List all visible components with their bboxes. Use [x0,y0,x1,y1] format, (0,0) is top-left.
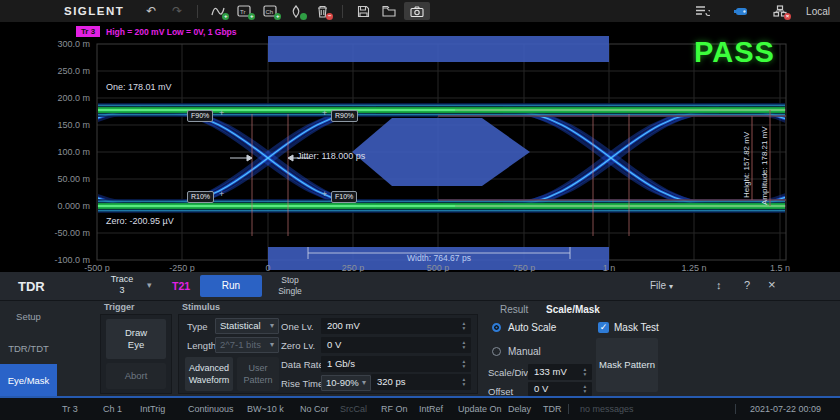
abort-button[interactable]: Abort [106,363,166,389]
status-channel: Ch 1 [103,398,122,420]
panel-header: TDR Trace 3 ▾ T21 Run Stop Single File ▾… [0,272,840,301]
one-level-field-label: One Lv. [281,321,314,332]
delete-icon[interactable]: − [311,2,333,20]
zero-level-label: Zero: -200.95 µV [106,216,174,226]
tab-eye-mask[interactable]: Eye/Mask [0,364,57,396]
mask-test-result: PASS [694,36,775,69]
data-rate-field[interactable]: 1 Gb/s ▴▾ [321,356,471,372]
add-waveform-icon[interactable]: + [207,2,229,20]
auto-scale-radio[interactable] [492,323,501,332]
app-mode-label: TDR [18,279,45,294]
cross-marker: + [219,109,224,118]
file-menu[interactable]: File ▾ [650,280,673,291]
spinner-control[interactable]: ▴▾ [460,338,468,352]
chevron-down-icon: ▾ [270,319,274,333]
y-tick: 50.00 m [46,174,90,184]
chevron-down-icon: ▾ [362,376,366,390]
status-correction: No Cor [300,398,329,420]
help-icon[interactable]: ? [744,279,750,291]
tab-result[interactable]: Result [500,304,528,315]
offset-field[interactable]: 0 V ▴▾ [528,382,592,396]
status-trace: Tr 3 [62,398,78,420]
brand-logo: SIGLENT [64,5,124,17]
r10-marker: R10% [187,191,214,203]
rise-time-field[interactable]: 320 ps ▴▾ [371,374,471,390]
rise-time-label: Rise Time [281,378,323,389]
svg-text:Tr: Tr [240,9,245,15]
height-label: Height: 157.82 mV [742,132,751,198]
r90-marker: R90% [331,110,358,122]
stop-single-button[interactable]: Stop Single [266,275,314,297]
length-label: Length [187,340,216,351]
zero-level-field[interactable]: 0 V ▴▾ [321,337,471,353]
screenshot-icon[interactable] [404,2,430,20]
one-level-label: One: 178.01 mV [106,82,172,92]
undo-icon[interactable]: ↶ [140,2,162,20]
toolbar-right: × Local [689,2,830,20]
status-ref: IntRef [419,398,443,420]
y-tick: 150.0 m [46,120,90,130]
tab-setup[interactable]: Setup [0,300,57,332]
cross-marker: + [322,190,327,199]
save-icon[interactable] [352,2,374,20]
network-icon[interactable]: × [769,2,791,20]
y-tick: 200.0 m [46,93,90,103]
chevron-down-icon: ▾ [270,338,274,352]
amplitude-label: Amplitude: 178.21 mV [760,126,769,205]
add-channel-icon[interactable]: Ch + [259,2,281,20]
manual-radio[interactable] [492,347,501,356]
rise-time-mode-dropdown[interactable]: 10-90% ▾ [321,375,371,391]
left-tab-bar: Setup TDR/TDT Eye/Mask [0,300,57,396]
oscilloscope-app: SIGLENT ↶ ↷ + Tr + Ch + − [0,0,840,420]
stimulus-title: Stimulus [182,302,220,312]
mask-pattern-button[interactable]: Mask Pattern [596,338,658,392]
f90-marker: F90% [187,110,213,122]
user-pattern-button[interactable]: User Pattern [237,357,279,391]
mask-test-label[interactable]: Mask Test [614,322,659,333]
draw-eye-button[interactable]: Draw Eye [106,319,166,359]
y-tick: 0.000 m [46,201,90,211]
spinner-control[interactable]: ▴▾ [581,365,589,379]
cross-marker: + [219,190,224,199]
status-update: Update On [458,398,502,420]
status-mode: TDR [543,398,562,420]
status-srccal: SrcCal [340,398,367,420]
add-trace-icon[interactable]: Tr + [233,2,255,20]
trigger-group: Trigger Draw Eye Abort [100,302,172,396]
y-tick: 250.0 m [46,66,90,76]
close-icon[interactable]: × [768,277,776,292]
probe-icon[interactable] [285,2,307,20]
tab-scale-mask[interactable]: Scale/Mask [546,304,600,315]
y-tick: 300.0 m [46,39,90,49]
advanced-waveform-button[interactable]: Advanced Waveform [185,357,233,391]
scale-div-label: Scale/Div [488,367,528,378]
width-label: Width: 764.67 ps [389,253,489,263]
run-button[interactable]: Run [200,275,262,297]
spinner-control[interactable]: ▴▾ [460,375,468,389]
one-level-field[interactable]: 200 mV ▴▾ [321,318,471,334]
mask-test-checkbox[interactable]: ✓ [598,322,609,333]
data-rate-label: Data Rate [281,359,324,370]
chevron-down-icon[interactable]: ▾ [147,280,152,290]
scale-div-field[interactable]: 133 mV ▴▾ [528,364,592,380]
redo-icon[interactable]: ↷ [166,2,188,20]
status-trigger: IntTrig [140,398,165,420]
status-divider [568,404,569,414]
open-file-icon[interactable] [378,2,400,20]
resize-panel-icon[interactable]: ↕ [716,279,722,291]
type-dropdown[interactable]: Statistical ▾ [215,318,279,334]
spinner-control[interactable]: ▴▾ [460,319,468,333]
auto-scale-label[interactable]: Auto Scale [508,322,556,333]
local-remote-indicator[interactable]: Local [806,6,830,17]
length-dropdown[interactable]: 2^7-1 bits ▾ [215,337,279,353]
manual-label[interactable]: Manual [508,346,541,357]
trace-selector[interactable]: Trace 3 [100,274,144,296]
usb-device-icon[interactable] [730,2,752,20]
spinner-control[interactable]: ▴▾ [581,383,589,395]
cross-marker: + [322,109,327,118]
tab-tdr-tdt[interactable]: TDR/TDT [0,332,57,364]
preset-sequence-icon[interactable] [691,2,713,20]
spinner-control[interactable]: ▴▾ [460,357,468,371]
status-divider [735,404,736,414]
svg-text:Ch: Ch [266,9,274,15]
